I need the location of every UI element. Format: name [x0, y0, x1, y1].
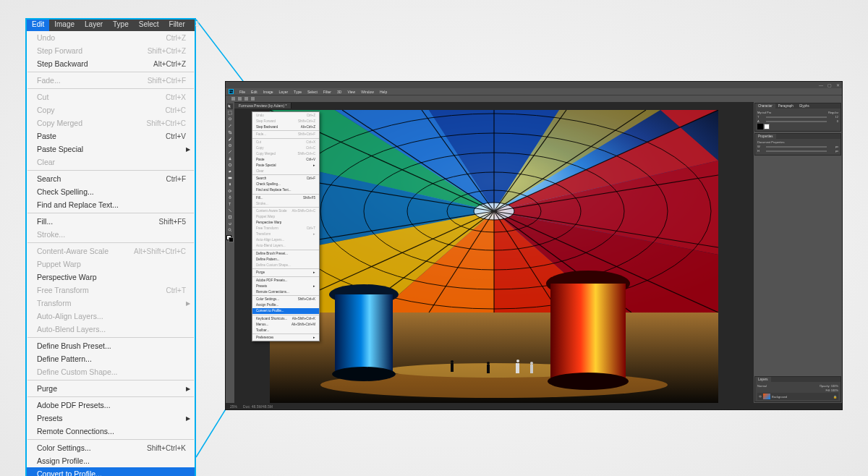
mi-check-spelling[interactable]: Check Spelling...	[27, 185, 195, 198]
ps-menu-edit[interactable]: Edit	[251, 90, 258, 94]
layer-row[interactable]: Background 🔒	[757, 393, 838, 400]
ps-menu-select[interactable]: Select	[307, 90, 318, 94]
tab-paragraph[interactable]: Paragraph	[775, 103, 796, 109]
ps-menu-view[interactable]: View	[347, 90, 355, 94]
mi-content-aware[interactable]: Content-Aware ScaleAlt+Shift+Ctrl+C	[27, 245, 195, 258]
ps-menu-image[interactable]: Image	[263, 90, 273, 94]
mi-define-pattern[interactable]: Define Pattern...	[27, 352, 195, 365]
mi-search[interactable]: SearchCtrl+F	[27, 172, 195, 185]
lock-icon: 🔒	[833, 395, 837, 399]
dodge-tool-icon[interactable]	[227, 188, 233, 194]
tab-properties[interactable]: Properties	[755, 134, 776, 139]
hand-tool-icon[interactable]	[227, 221, 233, 226]
opt-icon[interactable]	[244, 97, 248, 101]
pen-tool-icon[interactable]	[227, 195, 233, 200]
window-maximize-icon[interactable]: ▢	[827, 82, 832, 88]
opt-icon[interactable]	[251, 97, 255, 101]
mi-puppet-warp[interactable]: Puppet Warp	[27, 258, 195, 271]
mi-stroke[interactable]: Stroke...	[27, 228, 195, 241]
tab-layers[interactable]: Layers	[755, 377, 771, 382]
tool-preset-icon[interactable]	[231, 97, 235, 101]
path-tool-icon[interactable]	[227, 208, 233, 213]
mi-paste[interactable]: PasteCtrl+V	[27, 129, 195, 143]
stamp-tool-icon[interactable]	[227, 156, 233, 161]
lasso-tool-icon[interactable]	[227, 116, 233, 122]
menubar-layer[interactable]: Layer	[80, 20, 108, 31]
mi-define-brush[interactable]: Define Brush Preset...	[27, 339, 195, 352]
character-panel[interactable]: CharacterParagraphGlyphs Myriad ProRegul…	[754, 103, 841, 132]
mi-clear[interactable]: Clear	[27, 156, 195, 169]
zoom-level[interactable]: 25%	[230, 404, 237, 409]
mi-auto-blend[interactable]: Auto-Blend Layers...	[27, 323, 195, 336]
svg-rect-49	[487, 365, 490, 373]
mi-step-forward[interactable]: Step ForwardShift+Ctrl+Z	[27, 44, 195, 57]
menubar-filter[interactable]: Filter	[164, 20, 190, 31]
canvas[interactable]: UndoCtrl+Z Step ForwardShift+Ctrl+Z Step…	[234, 109, 754, 403]
eyedropper-tool-icon[interactable]	[227, 136, 233, 142]
mi-cut[interactable]: CutCtrl+X	[27, 90, 195, 103]
mi-presets[interactable]: Presets▶	[27, 412, 195, 425]
mi-remote[interactable]: Remote Connections...	[27, 425, 195, 438]
menubar-image[interactable]: Image	[49, 20, 80, 31]
menubar-3d[interactable]: 3	[190, 20, 205, 31]
opt-icon[interactable]	[238, 97, 242, 101]
healing-tool-icon[interactable]	[227, 143, 233, 148]
gradient-tool-icon[interactable]	[227, 175, 233, 181]
history-brush-icon[interactable]	[227, 162, 233, 168]
brush-tool-icon[interactable]	[227, 149, 233, 155]
mi-perspective-warp[interactable]: Perspective Warp	[27, 271, 195, 284]
mi-purge[interactable]: Purge▶	[27, 382, 195, 395]
ps-menu-layer[interactable]: Layer	[279, 90, 289, 94]
mi-fill[interactable]: Fill...Shift+F5	[27, 215, 195, 228]
mi-undo[interactable]: UndoCtrl+Z	[27, 31, 195, 44]
marquee-tool-icon[interactable]	[227, 110, 233, 116]
layers-panel[interactable]: Layers NormalOpacity: 100% Fill: 100% Ba…	[754, 376, 841, 402]
document-tab[interactable]: Formosa Preview (by Adam) *	[234, 103, 292, 109]
menubar-select[interactable]: Select	[134, 20, 164, 31]
mi-assign-profile[interactable]: Assign Profile...	[27, 454, 195, 467]
eraser-tool-icon[interactable]	[227, 169, 233, 174]
ps-menu-3d[interactable]: 3D	[337, 90, 341, 94]
window-minimize-icon[interactable]: —	[819, 83, 823, 88]
svg-rect-45	[550, 284, 626, 381]
menubar: Edit Image Layer Type Select Filter 3	[27, 20, 195, 31]
background-color[interactable]	[229, 237, 234, 242]
mi-free-transform[interactable]: Free TransformCtrl+T	[27, 284, 195, 297]
visibility-icon[interactable]	[759, 395, 762, 398]
doc-info: Doc: 48.5M/48.5M	[243, 404, 273, 409]
blur-tool-icon[interactable]	[227, 182, 233, 187]
chevron-right-icon: ▶	[186, 298, 190, 309]
crop-tool-icon[interactable]	[227, 129, 233, 135]
mi-color-settings[interactable]: Color Settings...Shift+Ctrl+K	[27, 441, 195, 454]
options-bar	[226, 95, 842, 102]
shape-tool-icon[interactable]	[227, 214, 233, 220]
mi-fade[interactable]: Fade...Shift+Ctrl+F	[27, 74, 195, 87]
type-tool-icon[interactable]: T	[227, 201, 233, 207]
ps-menu-window[interactable]: Window	[361, 90, 374, 94]
mi-copy[interactable]: CopyCtrl+C	[27, 103, 195, 116]
ps-menu-help[interactable]: Help	[380, 90, 387, 94]
mi-pdf-presets[interactable]: Adobe PDF Presets...	[27, 399, 195, 412]
mi-define-shape[interactable]: Define Custom Shape...	[27, 365, 195, 378]
ps-menu-filter[interactable]: Filter	[323, 90, 331, 94]
mi-convert-profile[interactable]: Convert to Profile...	[27, 467, 195, 476]
mi-auto-align[interactable]: Auto-Align Layers...	[27, 310, 195, 323]
color-swatches[interactable]	[226, 235, 234, 244]
mi-step-backward[interactable]: Step BackwardAlt+Ctrl+Z	[27, 57, 195, 70]
mi-paste-special[interactable]: Paste Special▶	[27, 143, 195, 156]
window-close-icon[interactable]: ✕	[836, 82, 840, 88]
move-tool-icon[interactable]	[227, 103, 233, 109]
tab-glyphs[interactable]: Glyphs	[796, 103, 812, 109]
mi-transform[interactable]: Transform▶	[27, 297, 195, 310]
mi-find-replace[interactable]: Find and Replace Text...	[27, 198, 195, 211]
mi-copy-merged[interactable]: Copy MergedShift+Ctrl+C	[27, 116, 195, 129]
tab-character[interactable]: Character	[755, 103, 775, 109]
zoom-tool-icon[interactable]	[227, 227, 233, 233]
svg-point-6	[229, 163, 231, 166]
menubar-type[interactable]: Type	[108, 20, 134, 31]
wand-tool-icon[interactable]	[227, 123, 233, 129]
ps-menu-file[interactable]: File	[239, 90, 245, 94]
ps-menu-type[interactable]: Type	[294, 90, 302, 94]
properties-panel[interactable]: Properties Document Properties Wpx Hpx	[754, 133, 841, 156]
menubar-edit[interactable]: Edit	[27, 20, 49, 31]
